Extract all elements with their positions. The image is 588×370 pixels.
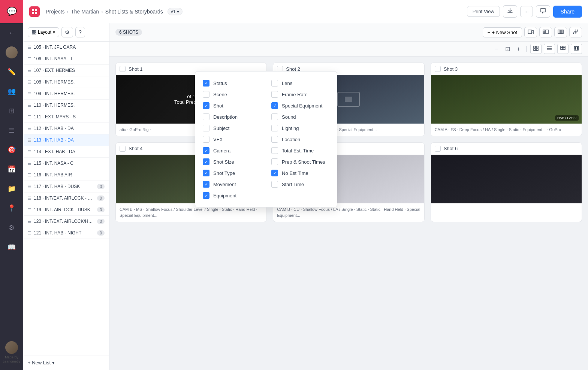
- scene-item-119[interactable]: ☰ 119 · INT. AIRLOCK - DUSK 0: [23, 204, 109, 216]
- scene-item-116[interactable]: ☰ 116 · INT. HAB AIR: [23, 169, 109, 181]
- project-name-link[interactable]: The Martian: [71, 9, 99, 15]
- new-shot-button[interactable]: + + New Shot: [483, 27, 522, 37]
- dropdown-item-shot-size[interactable]: Shot Size: [201, 156, 262, 167]
- dropdown-item-total-est.-time[interactable]: Total Est. Time: [270, 145, 331, 156]
- dropdown-item-frame-rate[interactable]: Frame Rate: [270, 89, 331, 100]
- scene-item-112[interactable]: ☰ 112 · INT. HAB - DA: [23, 123, 109, 134]
- zoom-out-button[interactable]: −: [492, 45, 500, 53]
- user-avatar[interactable]: [5, 341, 18, 354]
- dropdown-item-prep-&-shoot-times[interactable]: Prep & Shoot Times: [270, 156, 331, 167]
- back-nav-icon[interactable]: ←: [0, 23, 23, 43]
- scene-item-118[interactable]: ☰ 118 · INT/EXT. AIRLOCK - DUSK 0: [23, 192, 109, 204]
- book-sidebar-icon[interactable]: 📖: [0, 237, 23, 257]
- scene-item-109[interactable]: ☰ 109 · INT. HERMES.: [23, 88, 109, 100]
- scene-item-117[interactable]: ☰ 117 · INT. HAB - DUSK 0: [23, 181, 109, 192]
- print-view-button[interactable]: Print View: [467, 6, 500, 17]
- scene-item-106[interactable]: ☰ 106 · INT. NASA - T: [23, 53, 109, 65]
- checkbox-prep-&-shoot-times[interactable]: [271, 158, 278, 165]
- share-button[interactable]: Share: [553, 6, 582, 18]
- settings-button[interactable]: ⚙: [61, 27, 73, 37]
- location-sidebar-icon[interactable]: 📍: [0, 198, 23, 218]
- list-sidebar-icon[interactable]: ☰: [0, 121, 23, 140]
- checkbox-shot-type[interactable]: [203, 170, 209, 176]
- dropdown-item-shot[interactable]: Shot: [201, 100, 262, 111]
- layout-button[interactable]: Layout ▾: [28, 27, 59, 37]
- dropdown-item-sound[interactable]: Sound: [270, 111, 331, 122]
- dropdown-item-lens[interactable]: Lens: [270, 78, 331, 89]
- checkbox-movement[interactable]: [203, 181, 209, 188]
- shot-checkbox[interactable]: [435, 66, 441, 72]
- checkbox-vfx[interactable]: [203, 136, 209, 143]
- checkbox-total-est.-time[interactable]: [271, 147, 278, 154]
- avatar-sidebar-icon[interactable]: [0, 43, 23, 62]
- checkbox-subject[interactable]: [203, 125, 209, 131]
- video-view-button[interactable]: [524, 27, 537, 37]
- dropdown-item-movement[interactable]: Movement: [201, 179, 262, 190]
- checkbox-sound[interactable]: [271, 113, 278, 120]
- checkbox-start-time[interactable]: [271, 181, 278, 188]
- scene-item-114[interactable]: ☰ 114 · EXT. HAB - DA: [23, 146, 109, 158]
- new-list-button[interactable]: + New List ▾: [23, 355, 109, 370]
- dropdown-item-camera[interactable]: Camera: [201, 145, 262, 156]
- comment-button[interactable]: [536, 5, 550, 18]
- dropdown-item-start-time[interactable]: Start Time: [270, 179, 331, 190]
- shot-checkbox[interactable]: [120, 66, 126, 72]
- checkbox-frame-rate[interactable]: [271, 91, 278, 98]
- checkbox-location[interactable]: [271, 136, 278, 143]
- storyboard-view-button[interactable]: [554, 27, 567, 37]
- checkbox-description[interactable]: [203, 113, 209, 120]
- dropdown-item-shot-type[interactable]: Shot Type: [201, 167, 262, 179]
- zoom-fit-button[interactable]: ⊡: [503, 45, 512, 53]
- shot-checkbox[interactable]: [120, 146, 126, 152]
- scene-item-120[interactable]: ☰ 120 · INT/EXT. AIRLOCK/HAB - NIG... 0: [23, 216, 109, 227]
- dropdown-item-no-est-time[interactable]: No Est Time: [270, 167, 331, 179]
- dropdown-item-subject[interactable]: Subject: [201, 122, 262, 134]
- scene-item-113[interactable]: ☰ 113 · INT. HAB - DA: [23, 134, 109, 146]
- scene-item-108[interactable]: ☰ 108 · INT. HERMES.: [23, 76, 109, 88]
- dropdown-item-scene[interactable]: Scene: [201, 89, 262, 100]
- checkbox-lens[interactable]: [271, 80, 278, 87]
- scene-item-105[interactable]: ☰ 105 · INT. JPL GARA: [23, 42, 109, 53]
- zoom-in-button[interactable]: +: [515, 45, 522, 53]
- help-button[interactable]: ?: [75, 27, 85, 37]
- dropdown-item-equipment[interactable]: Equipment: [201, 190, 262, 201]
- brand-logo[interactable]: 💬: [0, 0, 23, 23]
- checkbox-shot[interactable]: [203, 102, 209, 109]
- scene-item-115[interactable]: ☰ 115 · INT. NASA - C: [23, 158, 109, 169]
- dropdown-item-status[interactable]: Status: [201, 78, 262, 89]
- dropdown-item-location[interactable]: Location: [270, 134, 331, 145]
- scene-item-121[interactable]: ☰ 121 · INT. HAB - NIGHT 0: [23, 227, 109, 239]
- checkbox-status[interactable]: [203, 80, 209, 87]
- dropdown-item-special-equipment[interactable]: Special Equipment: [270, 100, 331, 111]
- board-sidebar-icon[interactable]: ⊞: [0, 101, 23, 121]
- link-button[interactable]: [569, 27, 582, 37]
- scene-item-111[interactable]: ☰ 111 · EXT. MARS - S: [23, 111, 109, 123]
- grid-2col-view[interactable]: [530, 44, 542, 54]
- grid-view[interactable]: [557, 44, 569, 54]
- checkbox-equipment[interactable]: [203, 192, 209, 199]
- dropdown-item-lighting[interactable]: Lighting: [270, 122, 331, 134]
- projects-link[interactable]: Projects: [46, 9, 65, 15]
- checkbox-no-est-time[interactable]: [271, 170, 278, 176]
- pen-sidebar-icon[interactable]: ✏️: [0, 62, 23, 82]
- folder-sidebar-icon[interactable]: 📁: [0, 179, 23, 198]
- list-view[interactable]: [544, 44, 555, 54]
- dropdown-item-description[interactable]: Description: [201, 111, 262, 122]
- calendar-sidebar-icon[interactable]: 📅: [0, 160, 23, 179]
- checkbox-special-equipment[interactable]: [271, 102, 278, 109]
- checkbox-scene[interactable]: [203, 91, 209, 98]
- version-badge[interactable]: v1 ▾: [168, 8, 183, 15]
- shots-sidebar-icon[interactable]: 🎯: [0, 140, 23, 160]
- people-sidebar-icon[interactable]: 👥: [0, 82, 23, 101]
- export-button[interactable]: [503, 5, 517, 18]
- film-view[interactable]: [571, 44, 582, 54]
- checkbox-lighting[interactable]: [271, 125, 278, 131]
- scene-item-110[interactable]: ☰ 110 · INT. HERMES.: [23, 100, 109, 111]
- dropdown-item-vfx[interactable]: VFX: [201, 134, 262, 145]
- more-options-button[interactable]: ···: [520, 6, 533, 17]
- scene-item-107[interactable]: ☰ 107 · EXT. HERMES: [23, 65, 109, 76]
- checkbox-shot-size[interactable]: [203, 158, 209, 165]
- checkbox-camera[interactable]: [203, 147, 209, 154]
- detail-view-button[interactable]: [539, 27, 552, 37]
- sliders-sidebar-icon[interactable]: ⚙: [0, 218, 23, 237]
